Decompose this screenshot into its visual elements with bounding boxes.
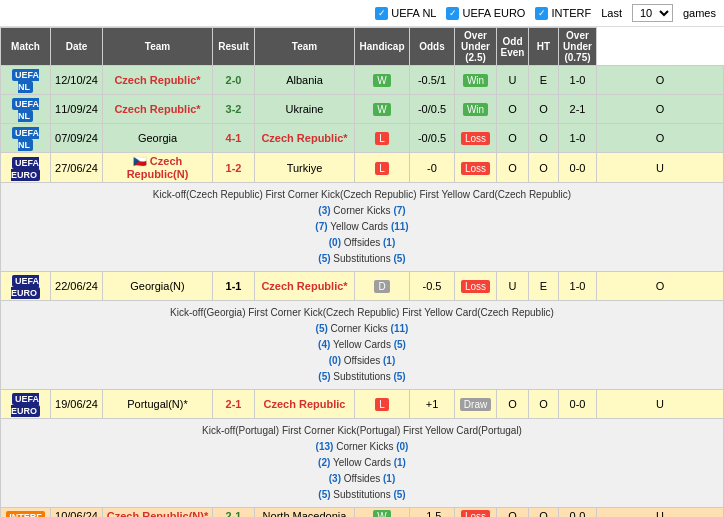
detail-content: Kick-off(Czech Republic) First Corner Ki… [1,183,724,272]
handicap: +1 [410,390,455,419]
over-under2: O [597,124,724,153]
over-under2: O [597,66,724,95]
over-under: O [497,508,529,518]
table-row: UEFA EURO 22/06/24 Georgia(N) 1-1 Czech … [1,272,724,301]
detail-row: Kick-off(Georgia) First Corner Kick(Czec… [1,301,724,390]
handicap: -1.5 [410,508,455,518]
league-badge: UEFA NL [1,124,51,153]
league-badge: UEFA EURO [1,153,51,183]
detail-row: Kick-off(Czech Republic) First Corner Ki… [1,183,724,272]
odd-even: O [529,124,559,153]
col-odds: Odds [410,28,455,66]
odds: Loss [455,508,497,518]
team2: Czech Republic* [255,272,355,301]
wdl: D [355,272,410,301]
detail-content: Kick-off(Georgia) First Corner Kick(Czec… [1,301,724,390]
team2: North Macedonia [255,508,355,518]
odd-even: O [529,153,559,183]
team1: Czech Republic(N)* [103,508,213,518]
over-under2: O [597,272,724,301]
ht: 0-0 [559,508,597,518]
table-row: UEFA NL 11/09/24 Czech Republic* 3-2 Ukr… [1,95,724,124]
header: ✓ UEFA NL ✓ UEFA EURO ✓ INTERF Last 10 5… [0,0,724,27]
league-badge: INTERF [1,508,51,518]
odd-even: O [529,390,559,419]
table-row: UEFA NL 07/09/24 Georgia 4-1 Czech Repub… [1,124,724,153]
over-under2: O [597,95,724,124]
over-under2: U [597,508,724,518]
wdl: W [355,95,410,124]
team1: Georgia [103,124,213,153]
table-row: UEFA EURO 19/06/24 Portugal(N)* 2-1 Czec… [1,390,724,419]
ht: 1-0 [559,124,597,153]
ht: 1-0 [559,272,597,301]
col-oddeven: Odd Even [497,28,529,66]
odd-even: O [529,95,559,124]
last-select[interactable]: 10 5 20 [632,4,673,22]
over-under2: U [597,153,724,183]
table-row: UEFA NL 12/10/24 Czech Republic* 2-0 Alb… [1,66,724,95]
team1: 🇨🇿 Czech Republic(N) [103,153,213,183]
match-date: 07/09/24 [51,124,103,153]
wdl: L [355,390,410,419]
handicap: -0/0.5 [410,95,455,124]
league-badge: UEFA EURO [1,390,51,419]
check-icon: ✓ [446,7,459,20]
col-date: Date [51,28,103,66]
over-under2: U [597,390,724,419]
check-icon: ✓ [535,7,548,20]
league-badge: UEFA EURO [1,272,51,301]
match-date: 10/06/24 [51,508,103,518]
team2: Turkiye [255,153,355,183]
over-under: O [497,153,529,183]
odd-even: E [529,66,559,95]
over-under: U [497,272,529,301]
team1: Czech Republic* [103,95,213,124]
team2: Czech Republic [255,390,355,419]
odd-even: O [529,508,559,518]
col-handicap: Handicap [355,28,410,66]
col-team2: Team [255,28,355,66]
team2: Albania [255,66,355,95]
odds: Loss [455,153,497,183]
handicap: -0 [410,153,455,183]
result: 3-2 [213,95,255,124]
matches-table: Match Date Team Result Team Handicap Odd… [0,27,724,517]
col-team1: Team [103,28,213,66]
handicap: -0.5/1 [410,66,455,95]
odds: Loss [455,124,497,153]
ht: 2-1 [559,95,597,124]
team1: Georgia(N) [103,272,213,301]
filter-uefa-nl[interactable]: ✓ UEFA NL [375,7,436,20]
over-under: O [497,390,529,419]
last-label: Last [601,7,622,19]
match-date: 12/10/24 [51,66,103,95]
ht: 0-0 [559,390,597,419]
handicap: -0/0.5 [410,124,455,153]
team1: Czech Republic* [103,66,213,95]
ht: 0-0 [559,153,597,183]
match-date: 11/09/24 [51,95,103,124]
detail-row: Kick-off(Portugal) First Corner Kick(Por… [1,419,724,508]
result: 2-0 [213,66,255,95]
wdl: L [355,153,410,183]
games-label: games [683,7,716,19]
table-row: UEFA EURO 27/06/24 🇨🇿 Czech Republic(N) … [1,153,724,183]
filter-interf-label: INTERF [551,7,591,19]
result: 2-1 [213,508,255,518]
match-date: 22/06/24 [51,272,103,301]
over-under: U [497,66,529,95]
ht: 1-0 [559,66,597,95]
team1: Portugal(N)* [103,390,213,419]
league-badge: UEFA NL [1,95,51,124]
odds: Win [455,66,497,95]
filter-interf[interactable]: ✓ INTERF [535,7,591,20]
odd-even: E [529,272,559,301]
handicap: -0.5 [410,272,455,301]
wdl: L [355,124,410,153]
filter-uefa-euro-label: UEFA EURO [462,7,525,19]
filter-uefa-euro[interactable]: ✓ UEFA EURO [446,7,525,20]
result: 1-2 [213,153,255,183]
match-date: 19/06/24 [51,390,103,419]
result: 4-1 [213,124,255,153]
